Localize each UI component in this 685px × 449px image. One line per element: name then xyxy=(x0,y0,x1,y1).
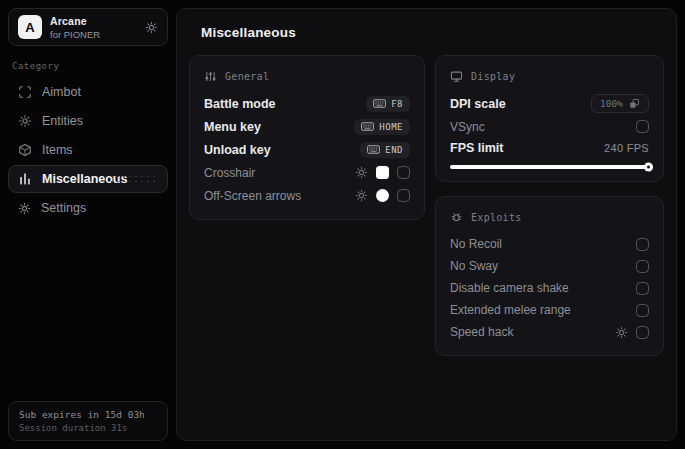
entities-icon xyxy=(18,114,32,128)
exploits-card: Exploits No Recoil N xyxy=(435,196,664,356)
session-duration-text: Session duration 31s xyxy=(19,423,157,433)
fps-limit-slider[interactable] xyxy=(450,165,649,169)
app-title-block: Arcane for PIONER xyxy=(50,15,100,40)
vsync-row: VSync xyxy=(450,115,649,138)
keyboard-icon xyxy=(367,145,380,154)
color-swatch[interactable] xyxy=(376,166,389,179)
main-panel: Miscellaneous General Battle mode F8 xyxy=(176,8,677,441)
fps-limit-value: 240 FPS xyxy=(604,142,649,154)
setting-row: Speed hack xyxy=(450,321,649,343)
keybind-value: HOME xyxy=(379,122,403,132)
monitor-icon xyxy=(450,70,463,83)
setting-label: Crosshair xyxy=(204,166,255,180)
setting-label: VSync xyxy=(450,120,485,134)
setting-row: Extended melee range xyxy=(450,299,649,321)
checkbox[interactable] xyxy=(636,282,649,295)
subscription-info: Sub expires in 15d 03h Session duration … xyxy=(8,401,168,441)
app-subtitle: for PIONER xyxy=(50,29,100,40)
setting-row: Menu key HOME xyxy=(204,115,410,138)
setting-row: No Sway xyxy=(450,255,649,277)
setting-row: Off-Screen arrows xyxy=(204,184,410,207)
checkbox[interactable] xyxy=(397,166,410,179)
general-card-header: General xyxy=(204,70,410,83)
sidebar-item-label: Items xyxy=(42,143,73,157)
setting-label: Battle mode xyxy=(204,97,276,111)
dpi-scale-value: 100% xyxy=(600,98,623,109)
card-title: General xyxy=(225,71,269,82)
app-logo: A xyxy=(18,15,42,39)
setting-row: Battle mode F8 xyxy=(204,92,410,115)
scan-icon xyxy=(18,85,32,99)
card-title: Exploits xyxy=(471,212,522,223)
checkbox[interactable] xyxy=(397,189,410,202)
checkbox[interactable] xyxy=(636,260,649,273)
sidebar-item[interactable]: Entities xyxy=(8,107,168,135)
setting-row: Crosshair xyxy=(204,161,410,184)
sidebar-nav: Aimbot Entities Items Miscellaneous xyxy=(8,78,168,223)
sidebar-item[interactable]: Settings xyxy=(8,194,168,222)
dpi-scale-select[interactable]: 100% xyxy=(591,94,649,113)
sub-expiry-text: Sub expires in 15d 03h xyxy=(19,409,157,420)
gear-icon[interactable] xyxy=(615,326,628,339)
setting-label: Menu key xyxy=(204,120,261,134)
slider-fill xyxy=(450,165,649,169)
scale-icon xyxy=(629,98,640,109)
setting-row: No Recoil xyxy=(450,233,649,255)
gear-badge-icon[interactable] xyxy=(145,21,158,34)
keyboard-icon xyxy=(361,122,374,131)
dpi-scale-row: DPI scale 100% xyxy=(450,92,649,115)
page-title: Miscellaneous xyxy=(201,25,664,40)
gear-icon[interactable] xyxy=(355,189,368,202)
sidebar-item-label: Settings xyxy=(41,201,86,215)
setting-row: Disable camera shake xyxy=(450,277,649,299)
dots-decoration xyxy=(109,174,159,184)
keybind-chip[interactable]: F8 xyxy=(366,96,410,112)
slider-thumb[interactable] xyxy=(644,163,653,172)
bug-icon xyxy=(450,211,463,224)
app-name: Arcane xyxy=(50,15,100,27)
display-card-header: Display xyxy=(450,70,649,83)
setting-label: Disable camera shake xyxy=(450,281,569,295)
setting-label: FPS limit xyxy=(450,141,503,155)
checkbox[interactable] xyxy=(636,238,649,251)
setting-label: Extended melee range xyxy=(450,303,571,317)
exploits-card-header: Exploits xyxy=(450,211,649,224)
setting-label: Unload key xyxy=(204,143,271,157)
keybind-value: END xyxy=(385,145,403,155)
box-icon xyxy=(18,143,32,157)
gear-icon[interactable] xyxy=(355,166,368,179)
checkbox[interactable] xyxy=(636,120,649,133)
setting-label: No Sway xyxy=(450,259,498,273)
general-card: General Battle mode F8 xyxy=(189,55,425,220)
sidebar-item[interactable]: Aimbot xyxy=(8,78,168,106)
setting-label: No Recoil xyxy=(450,237,502,251)
gear-icon xyxy=(18,202,31,215)
sidebar-item-label: Entities xyxy=(42,114,83,128)
sidebar-item-label: Aimbot xyxy=(42,85,81,99)
sidebar-item[interactable]: Miscellaneous xyxy=(8,165,168,193)
checkbox[interactable] xyxy=(636,304,649,317)
keyboard-icon xyxy=(373,99,386,108)
fps-limit-row: FPS limit 240 FPS xyxy=(450,138,649,158)
card-title: Display xyxy=(471,71,515,82)
setting-row: Unload key END xyxy=(204,138,410,161)
keybind-value: F8 xyxy=(391,99,403,109)
setting-label: DPI scale xyxy=(450,97,506,111)
bars-icon xyxy=(18,172,32,186)
sidebar: A Arcane for PIONER Category Aimbot Enti… xyxy=(0,0,176,449)
app-header: A Arcane for PIONER xyxy=(8,8,168,46)
setting-label: Off-Screen arrows xyxy=(204,189,301,203)
checkbox[interactable] xyxy=(636,326,649,339)
category-label: Category xyxy=(12,61,164,71)
color-swatch[interactable] xyxy=(376,189,389,202)
keybind-chip[interactable]: HOME xyxy=(354,119,410,135)
sliders-icon xyxy=(204,70,217,83)
display-card: Display DPI scale 100% VSync FPS limit 2… xyxy=(435,55,664,182)
keybind-chip[interactable]: END xyxy=(360,142,410,158)
setting-label: Speed hack xyxy=(450,325,513,339)
sidebar-item[interactable]: Items xyxy=(8,136,168,164)
